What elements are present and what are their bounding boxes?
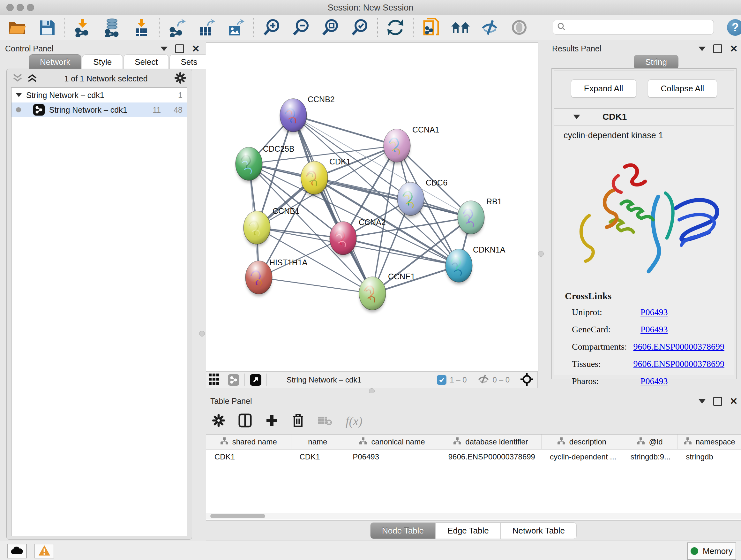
network-collection-row[interactable]: String Network – cdk1 1 xyxy=(11,88,187,103)
cloud-icon xyxy=(10,546,23,556)
export-network-button[interactable] xyxy=(168,18,186,37)
selected-node-edge-counts: 1 – 0 xyxy=(450,375,467,384)
show-columns-icon[interactable] xyxy=(239,414,252,429)
detach-view-icon[interactable] xyxy=(250,374,261,386)
float-panel-icon[interactable] xyxy=(698,47,705,51)
node-details-header[interactable]: CDK1 xyxy=(554,109,734,125)
scrollbar-thumb[interactable] xyxy=(210,514,265,518)
help-button[interactable]: ? xyxy=(727,19,741,36)
graph-node-HIST1H1A[interactable]: HIST1H1A xyxy=(246,258,308,296)
close-panel-icon[interactable]: ✕ xyxy=(730,398,738,405)
float-panel-icon[interactable] xyxy=(160,47,167,51)
level-of-detail-button[interactable] xyxy=(510,18,529,37)
zoom-selected-button[interactable] xyxy=(350,18,369,37)
network-row[interactable]: String Network – cdk1 11 48 xyxy=(11,103,187,117)
table-row[interactable]: CDK1CDK1P064939606.ENSP00000378699cyclin… xyxy=(206,449,741,464)
zoom-in-button[interactable] xyxy=(262,18,281,37)
table-options-gear-icon[interactable] xyxy=(212,414,225,428)
search-input[interactable] xyxy=(569,22,710,32)
network-options-gear-icon[interactable] xyxy=(175,72,186,85)
column-header--id[interactable]: @id xyxy=(622,435,678,449)
graph-node-CDC6[interactable]: CDC6 xyxy=(397,178,448,218)
graph-node-RB1[interactable]: RB1 xyxy=(458,197,502,236)
import-network-from-database-button[interactable] xyxy=(103,18,121,37)
crosslink-link[interactable]: 9606.ENSP00000378699 xyxy=(633,359,724,369)
column-type-icon xyxy=(636,437,645,447)
refresh-button[interactable] xyxy=(386,18,405,37)
graph-node-CCNA1[interactable]: CCNA1 xyxy=(384,125,440,165)
float-panel-icon[interactable] xyxy=(698,399,705,403)
table-cell[interactable]: 9606.ENSP00000378699 xyxy=(440,449,542,464)
tab-string[interactable]: String xyxy=(634,55,678,69)
network-view-icon[interactable] xyxy=(228,374,239,386)
cloud-status-button[interactable] xyxy=(7,544,27,558)
add-column-icon[interactable] xyxy=(265,414,279,428)
table-cell[interactable]: stringdb xyxy=(677,449,741,464)
network-status-dot xyxy=(16,107,21,112)
tab-network[interactable]: Network xyxy=(29,54,81,69)
crosslink-link[interactable]: P06493 xyxy=(641,307,668,317)
close-panel-icon[interactable]: ✕ xyxy=(192,45,200,52)
column-header-shared-name[interactable]: shared name xyxy=(206,435,291,449)
hide-graphics-details-button[interactable] xyxy=(481,18,499,37)
show-hide-panels-button[interactable] xyxy=(451,18,470,37)
warnings-button[interactable] xyxy=(35,544,54,558)
maximize-panel-icon[interactable] xyxy=(713,44,722,53)
crosslink-link[interactable]: 9606.ENSP00000378699 xyxy=(633,341,724,352)
node-table[interactable]: shared namenamecanonical namedatabase id… xyxy=(206,434,741,520)
maximize-panel-icon[interactable] xyxy=(175,44,184,53)
crosslink-row: Pharos:P06493 xyxy=(565,376,724,386)
crosslink-link[interactable]: P06493 xyxy=(641,376,668,386)
global-search-field[interactable] xyxy=(553,20,714,35)
expand-all-button[interactable]: Expand All xyxy=(571,79,636,98)
clone-network-button[interactable] xyxy=(422,18,441,37)
table-cell[interactable]: cyclin-dependent ... xyxy=(542,449,622,464)
left-splitter-handle[interactable] xyxy=(199,331,205,336)
column-header-canonical-name[interactable]: canonical name xyxy=(344,435,440,449)
maximize-panel-icon[interactable] xyxy=(713,397,722,406)
table-cell[interactable]: CDK1 xyxy=(291,449,345,464)
import-table-button[interactable] xyxy=(132,18,151,37)
graph-node-CDKN1A[interactable]: CDKN1A xyxy=(446,245,506,285)
memory-button[interactable]: Memory xyxy=(687,543,736,560)
tab-sets[interactable]: Sets xyxy=(170,54,208,69)
zoom-out-button[interactable] xyxy=(292,18,310,37)
table-cell[interactable]: stringdb:9... xyxy=(622,449,678,464)
tab-network-table[interactable]: Network Table xyxy=(501,522,577,539)
close-panel-icon[interactable]: ✕ xyxy=(730,45,738,52)
import-network-button[interactable] xyxy=(73,18,92,37)
table-cell[interactable]: CDK1 xyxy=(206,449,291,464)
tab-node-table[interactable]: Node Table xyxy=(370,522,435,539)
table-cell[interactable]: P06493 xyxy=(344,449,440,464)
network-canvas[interactable]: CCNB2CCNA1CDC25BCDK1CDC6RB1CCNB1CCNA2CDK… xyxy=(206,43,538,372)
graph-node-CCNA2[interactable]: CCNA2 xyxy=(330,218,386,257)
tab-edge-table[interactable]: Edge Table xyxy=(435,522,501,539)
crosslink-link[interactable]: P06493 xyxy=(641,324,668,334)
column-header-database-identifier[interactable]: database identifier xyxy=(440,435,542,449)
export-image-button[interactable] xyxy=(226,18,245,37)
graph-node-CCNE1[interactable]: CCNE1 xyxy=(359,272,415,312)
column-header-name[interactable]: name xyxy=(291,435,345,449)
delete-column-icon[interactable] xyxy=(292,414,304,429)
zoom-fit-button[interactable] xyxy=(321,18,340,37)
column-header-namespace[interactable]: namespace xyxy=(677,435,741,449)
collapse-all-button[interactable]: Collapse All xyxy=(648,79,718,98)
tab-select[interactable]: Select xyxy=(124,54,169,69)
collection-expand-icon[interactable] xyxy=(16,93,22,97)
graph-node-CCNB1[interactable]: CCNB1 xyxy=(244,206,300,246)
column-header-description[interactable]: description xyxy=(542,435,622,449)
collapse-all-networks-icon[interactable] xyxy=(12,73,23,84)
horizontal-splitter[interactable] xyxy=(206,389,538,393)
expand-all-networks-icon[interactable] xyxy=(27,73,37,84)
grid-view-icon[interactable] xyxy=(209,374,223,386)
section-expand-icon[interactable] xyxy=(573,115,580,119)
right-splitter-handle[interactable] xyxy=(538,251,544,257)
selected-checkbox-icon[interactable] xyxy=(437,375,447,385)
export-table-button[interactable] xyxy=(197,18,216,37)
open-session-button[interactable] xyxy=(8,18,27,37)
table-horizontal-scrollbar[interactable] xyxy=(206,513,741,519)
network-graph[interactable]: CCNB2CCNA1CDC25BCDK1CDC6RB1CCNB1CCNA2CDK… xyxy=(206,43,537,371)
tab-style[interactable]: Style xyxy=(82,54,123,69)
birds-eye-toggle-icon[interactable] xyxy=(520,373,534,387)
save-session-button[interactable] xyxy=(38,18,56,37)
